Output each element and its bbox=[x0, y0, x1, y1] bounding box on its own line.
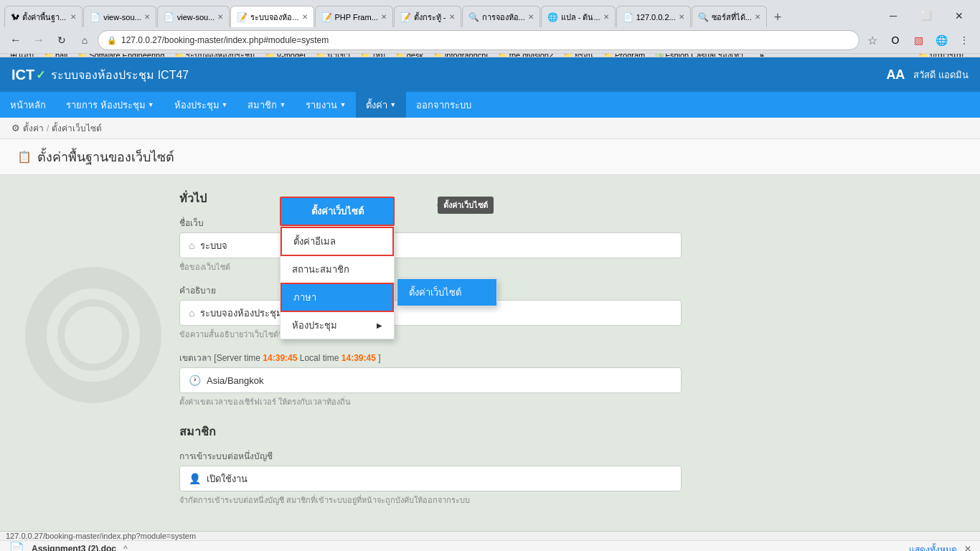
app-title: ระบบจองห้องประชุม ICT47 bbox=[51, 66, 189, 84]
tab-label: ระบบจองห้อ... bbox=[250, 11, 298, 24]
nav-item-members[interactable]: สมาชิก ▼ bbox=[237, 92, 296, 118]
field-input-site-name[interactable]: ⌂ ระบบจ bbox=[179, 232, 682, 258]
tab-favicon: 🔍 bbox=[468, 12, 479, 22]
url-text: 127.0.0.27/booking-master/index.php#modu… bbox=[121, 35, 329, 45]
tab-bar-container: 🐿 ตั้งค่าพื้นฐา... ✕ 📄 view-sou... ✕ 📄 v… bbox=[0, 0, 980, 27]
tab-close[interactable]: ✕ bbox=[679, 13, 684, 21]
nav-arrow-icon: ▼ bbox=[279, 101, 286, 108]
tab-item-5[interactable]: 📝 ตั้งกระทู้ - ✕ bbox=[394, 6, 461, 27]
tab-close[interactable]: ✕ bbox=[381, 13, 387, 21]
window-controls: ─ ⬜ ✕ bbox=[872, 4, 980, 27]
tab-label: 127.0.0.2... bbox=[636, 13, 676, 22]
nav-arrow-icon: ▼ bbox=[222, 101, 228, 108]
reload-button[interactable]: ↻ bbox=[52, 30, 72, 50]
aa-button[interactable]: AA bbox=[886, 67, 905, 83]
nav-item-logout[interactable]: ออกจากระบบ bbox=[406, 92, 481, 118]
field-value: ระบบจ bbox=[200, 238, 227, 253]
menu-item-label: ตั้งค่าอีเมล bbox=[293, 236, 336, 247]
tab-label: ตั้งกระทู้ - bbox=[414, 11, 446, 24]
tab-close[interactable]: ✕ bbox=[70, 13, 76, 21]
pdf-icon[interactable]: ▨ bbox=[908, 30, 928, 50]
checkmark-icon: ✓ bbox=[36, 68, 45, 82]
app-logo: ICT ✓ ระบบจองห้องประชุม ICT47 bbox=[11, 66, 189, 84]
tab-item-3[interactable]: 📝 ระบบจองห้อ... ✕ bbox=[230, 6, 314, 27]
tab-close[interactable]: ✕ bbox=[217, 13, 223, 21]
download-close-button[interactable]: ✕ bbox=[964, 544, 971, 551]
menu-item-language[interactable]: ภาษา bbox=[281, 283, 394, 312]
back-button[interactable]: ← bbox=[6, 30, 26, 50]
tab-close[interactable]: ✕ bbox=[449, 13, 455, 21]
nav-label: รายการ ห้องประชุม bbox=[66, 98, 146, 113]
button-label: ตั้งค่าเว็บไซต์ bbox=[311, 206, 364, 217]
field-value: Asia/Bangkok bbox=[207, 375, 264, 386]
show-all-button[interactable]: แสดงทั้งหมด bbox=[909, 542, 957, 552]
bookmark-star[interactable]: ☆ bbox=[862, 30, 882, 50]
page-title: ตั้งค่าพื้นฐานของเว็บไซต์ bbox=[37, 146, 174, 167]
minimize-button[interactable]: ─ bbox=[877, 4, 910, 27]
nav-item-home[interactable]: หน้าหลัก bbox=[0, 92, 56, 118]
app-nav: หน้าหลัก รายการ ห้องประชุม ▼ ห้องประชุม … bbox=[0, 92, 980, 118]
nav-item-reports[interactable]: รายงาน ▼ bbox=[296, 92, 356, 118]
tab-close[interactable]: ✕ bbox=[144, 13, 150, 21]
browser-window: 🐿 ตั้งค่าพื้นฐา... ✕ 📄 view-sou... ✕ 📄 v… bbox=[0, 0, 980, 551]
address-bar[interactable]: 🔒 127.0.0.27/booking-master/index.php#mo… bbox=[98, 30, 859, 50]
sub-dropdown: ตั้งค่าเว็บไซต์ bbox=[397, 278, 497, 306]
menu-item-rooms[interactable]: ห้องประชุม ▶ ตั้งค่าเว็บไซต์ bbox=[281, 312, 394, 339]
tab-favicon: 🌐 bbox=[547, 12, 558, 22]
tab-close[interactable]: ✕ bbox=[302, 13, 308, 21]
nav-arrow-icon: ▼ bbox=[390, 101, 396, 108]
user-greeting: สวัสดี แอดมิน bbox=[913, 67, 969, 83]
field-input-login[interactable]: 👤 เปิดใช้งาน bbox=[179, 466, 682, 491]
breadcrumb-item-1[interactable]: ตั้งค่า bbox=[23, 121, 44, 135]
sub-item-label: ตั้งค่าเว็บไซต์ bbox=[409, 287, 461, 298]
tab-item-7[interactable]: 🌐 แปล - ต้น... ✕ bbox=[541, 6, 616, 27]
tab-label: การจองห้อ... bbox=[482, 11, 525, 24]
tab-item-2[interactable]: 📄 view-sou... ✕ bbox=[157, 6, 230, 27]
form-content: ทั่วไป ชื่อเว็บ ⌂ ระบบจ ชื่อของเว็บไซต์ … bbox=[0, 175, 980, 531]
submenu-arrow-icon: ▶ bbox=[377, 321, 382, 329]
tab-label: PHP Fram... bbox=[335, 13, 378, 22]
maximize-button[interactable]: ⬜ bbox=[910, 4, 943, 27]
nav-item-rooms-list[interactable]: รายการ ห้องประชุม ▼ bbox=[56, 92, 164, 118]
settings-website-button[interactable]: ตั้งค่าเว็บไซต์ ตั้งค่าเว็บไซต์ bbox=[280, 197, 395, 226]
menu-item-status[interactable]: สถานะสมาชิก bbox=[281, 256, 394, 283]
tab-item-6[interactable]: 🔍 การจองห้อ... ✕ bbox=[462, 6, 540, 27]
dropdown-menu: ตั้งค่าอีเมล สถานะสมาชิก ภาษา ห้องประชุม… bbox=[280, 226, 395, 339]
nav-arrow-icon: ▼ bbox=[148, 101, 154, 108]
tab-close[interactable]: ✕ bbox=[603, 13, 609, 21]
page-header-icon: 📋 bbox=[17, 150, 32, 164]
tab-favicon: 📝 bbox=[321, 12, 332, 22]
sub-item-website[interactable]: ตั้งค่าเว็บไซต์ bbox=[397, 279, 496, 306]
new-tab-button[interactable]: + bbox=[768, 7, 788, 27]
breadcrumb-icon: ⚙ bbox=[11, 123, 20, 133]
nav-label: ออกจากระบบ bbox=[416, 98, 471, 113]
extension-icon[interactable]: 🌐 bbox=[931, 30, 951, 50]
tab-close[interactable]: ✕ bbox=[755, 13, 760, 21]
member-section: สมาชิก การเข้าระบบต่อหนึ่งบัญชี 👤 เปิดใช… bbox=[179, 423, 963, 507]
menu-item-email[interactable]: ตั้งค่าอีเมล bbox=[281, 227, 394, 256]
download-actions: แสดงทั้งหมด bbox=[909, 542, 957, 552]
close-button[interactable]: ✕ bbox=[943, 4, 976, 27]
home-button[interactable]: ⌂ bbox=[75, 30, 95, 50]
tab-item-9[interactable]: 🔍 ซอร์สที่ได้... ✕ bbox=[692, 6, 767, 27]
nav-label: รายงาน bbox=[306, 98, 337, 113]
tab-item-1[interactable]: 📄 view-sou... ✕ bbox=[83, 6, 156, 27]
nav-label: หน้าหลัก bbox=[10, 98, 46, 113]
nav-item-rooms[interactable]: ห้องประชุม ▼ bbox=[164, 92, 238, 118]
browser-toolbar: ← → ↻ ⌂ 🔒 127.0.0.27/booking-master/inde… bbox=[0, 27, 980, 54]
tab-item-4[interactable]: 📝 PHP Fram... ✕ bbox=[315, 6, 393, 27]
field-input-timezone[interactable]: 🕐 Asia/Bangkok bbox=[179, 367, 682, 393]
menu-button[interactable]: ⋮ bbox=[954, 30, 974, 50]
tab-close[interactable]: ✕ bbox=[528, 13, 534, 21]
tab-list: 🐿 ตั้งค่าพื้นฐา... ✕ 📄 view-sou... ✕ 📄 v… bbox=[0, 6, 872, 27]
home-icon: ⌂ bbox=[189, 307, 194, 319]
nav-item-settings[interactable]: ตั้งค่า ▼ bbox=[356, 92, 406, 118]
tab-item-0[interactable]: 🐿 ตั้งค่าพื้นฐา... ✕ bbox=[4, 6, 83, 27]
app-header: ICT ✓ ระบบจองห้องประชุม ICT47 AA สวัสดี … bbox=[0, 57, 980, 92]
field-hint: ตั้งค่าเขตเวลาของเซิร์ฟเวอร์ ให้ตรงกับเว… bbox=[179, 395, 963, 408]
expand-icon[interactable]: ^ bbox=[123, 544, 128, 551]
clock-icon: 🕐 bbox=[189, 375, 201, 386]
forward-button[interactable]: → bbox=[29, 30, 49, 50]
tab-item-8[interactable]: 📄 127.0.0.2... ✕ bbox=[616, 6, 691, 27]
opera-icon[interactable]: O bbox=[885, 30, 905, 50]
